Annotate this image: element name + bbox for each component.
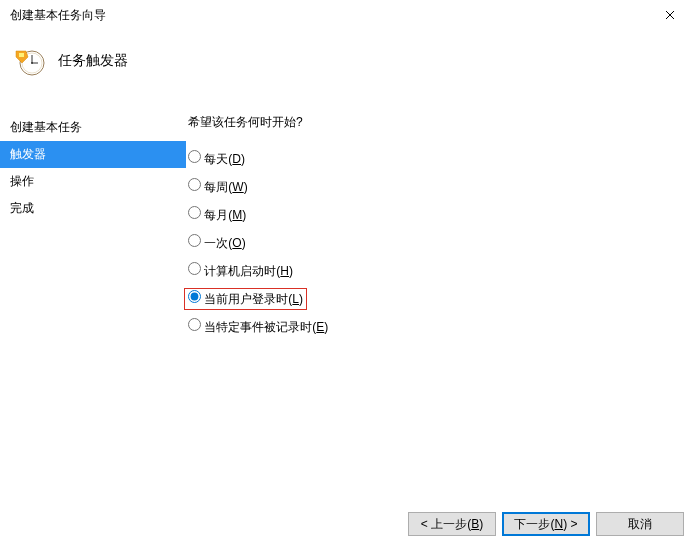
trigger-option-2[interactable]: 每月(M) (188, 201, 698, 229)
option-highlight-wrap: 每月(M) (188, 206, 246, 224)
sidebar-item-0[interactable]: 创建基本任务 (0, 114, 186, 141)
window-title: 创建基本任务向导 (10, 7, 106, 24)
trigger-radio-5[interactable] (188, 290, 201, 303)
sidebar-item-3[interactable]: 完成 (0, 195, 186, 222)
option-highlight-wrap: 计算机启动时(H) (188, 262, 293, 280)
next-button[interactable]: 下一步(N) > (502, 512, 590, 536)
titlebar: 创建基本任务向导 (0, 0, 698, 30)
option-label: 计算机启动时(H) (201, 264, 293, 278)
trigger-option-5[interactable]: 当前用户登录时(L) (188, 285, 698, 313)
cancel-button[interactable]: 取消 (596, 512, 684, 536)
option-highlight-wrap: 一次(O) (188, 234, 246, 252)
trigger-option-1[interactable]: 每周(W) (188, 173, 698, 201)
option-label: 每周(W) (201, 180, 248, 194)
option-label: 每天(D) (201, 152, 245, 166)
close-icon (665, 10, 675, 20)
option-highlight-wrap: 每天(D) (188, 150, 245, 168)
content-pane: 希望该任务何时开始? 每天(D) 每周(W) 每月(M) 一次(O) 计算机启动… (186, 92, 698, 500)
close-button[interactable] (650, 1, 690, 29)
trigger-radio-6[interactable] (188, 318, 201, 331)
option-label: 当特定事件被记录时(E) (201, 320, 328, 334)
wizard-body: 创建基本任务触发器操作完成 希望该任务何时开始? 每天(D) 每周(W) 每月(… (0, 92, 698, 500)
option-label: 当前用户登录时(L) (201, 292, 303, 306)
trigger-option-0[interactable]: 每天(D) (188, 145, 698, 173)
option-label: 每月(M) (201, 208, 246, 222)
back-button[interactable]: < 上一步(B) (408, 512, 496, 536)
sidebar-item-1[interactable]: 触发器 (0, 141, 186, 168)
option-highlight-wrap: 当特定事件被记录时(E) (188, 318, 328, 336)
trigger-radio-4[interactable] (188, 262, 201, 275)
svg-point-4 (31, 62, 33, 64)
trigger-radio-0[interactable] (188, 150, 201, 163)
trigger-option-3[interactable]: 一次(O) (188, 229, 698, 257)
trigger-radio-3[interactable] (188, 234, 201, 247)
trigger-option-6[interactable]: 当特定事件被记录时(E) (188, 313, 698, 341)
option-highlight-wrap: 每周(W) (188, 178, 248, 196)
option-label: 一次(O) (201, 236, 246, 250)
trigger-option-4[interactable]: 计算机启动时(H) (188, 257, 698, 285)
trigger-options: 每天(D) 每周(W) 每月(M) 一次(O) 计算机启动时(H) 当前用户登录… (188, 145, 698, 341)
option-highlight-wrap: 当前用户登录时(L) (184, 288, 307, 310)
page-title: 任务触发器 (58, 52, 128, 70)
clock-icon (14, 45, 46, 77)
wizard-header: 任务触发器 (0, 30, 698, 92)
wizard-footer: < 上一步(B) 下一步(N) > 取消 (0, 500, 698, 548)
trigger-radio-1[interactable] (188, 178, 201, 191)
sidebar-item-2[interactable]: 操作 (0, 168, 186, 195)
trigger-question: 希望该任务何时开始? (188, 114, 698, 131)
trigger-radio-2[interactable] (188, 206, 201, 219)
sidebar: 创建基本任务触发器操作完成 (0, 92, 186, 500)
